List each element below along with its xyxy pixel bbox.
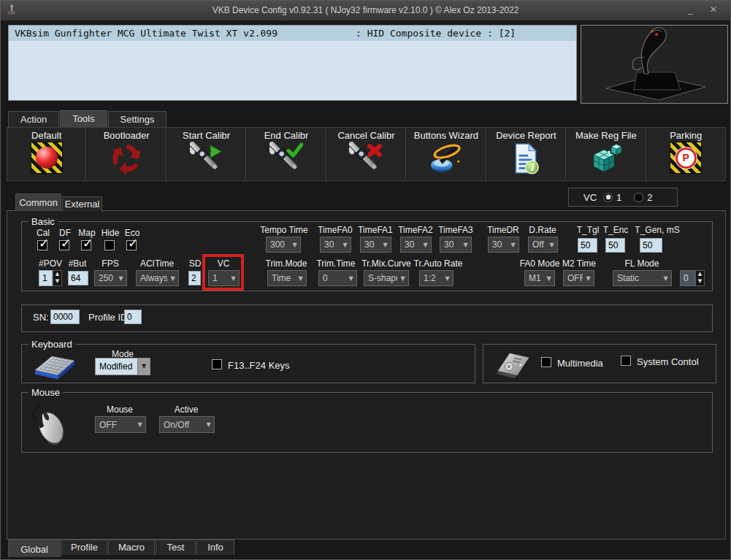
t-gen-input[interactable] (640, 238, 662, 253)
aci-time-select[interactable]: Always ▼ (136, 270, 179, 286)
device-row-selected[interactable]: VKBsim Gunfighter MCG Ultimate Twist XT … (9, 26, 576, 41)
spinner-arrows-icon[interactable]: ▲▼ (695, 270, 705, 286)
close-button[interactable]: ✕ (704, 4, 723, 17)
fl-value-spinner[interactable]: ▲▼ (680, 270, 705, 286)
mouse-mode-value: OFF (96, 420, 134, 430)
fl-value[interactable] (680, 270, 695, 286)
d-rate-select[interactable]: Off ▼ (528, 237, 558, 253)
tr-mix-curve-label: Tr.Mix.Curve (361, 258, 411, 269)
timefa1-label: TimeFA1 (358, 225, 393, 235)
timedr-select[interactable]: 30 ▼ (488, 237, 519, 253)
f13-f24-checkbox[interactable] (212, 359, 222, 369)
system-control-checkbox[interactable] (621, 356, 631, 366)
device-type: : HID Composite device : [2] (356, 26, 516, 41)
chevron-down-icon: ▼ (546, 242, 557, 248)
start-calibr-button[interactable]: Start Calibr (167, 128, 246, 180)
timedr-value: 30 (489, 239, 508, 250)
map-checkbox[interactable] (81, 240, 91, 250)
mouse-group-legend: Mouse (28, 387, 63, 398)
end-calibr-button[interactable]: End Calibr (246, 128, 326, 180)
eco-checkbox[interactable] (126, 240, 137, 250)
caliper-play-icon (190, 142, 223, 175)
chevron-down-icon: ▼ (340, 242, 351, 248)
fps-select[interactable]: 250 ▼ (94, 270, 127, 286)
sn-label: SN: (33, 312, 49, 323)
sd-input[interactable] (188, 271, 201, 285)
tab-action[interactable]: Action (8, 111, 59, 127)
timefa3-select[interactable]: 30 ▼ (440, 237, 472, 253)
fa0-mode-label: FA0 Mode (520, 258, 560, 269)
document-info-icon: i (509, 142, 543, 175)
fa0-mode-select[interactable]: M1 ▼ (524, 270, 555, 286)
tab-profile[interactable]: Profile (61, 540, 107, 555)
mouse-mode-select[interactable]: OFF ▼ (95, 416, 146, 433)
tr-mix-curve-select[interactable]: S-shape ▼ (364, 270, 409, 286)
sn-input[interactable] (50, 310, 80, 324)
pov-spinner[interactable]: ▲▼ (39, 270, 62, 286)
hazard-red-ball-icon (30, 142, 64, 175)
tab-settings[interactable]: Settings (108, 111, 167, 127)
bootloader-button[interactable]: Bootloader (86, 128, 166, 180)
cal-checkbox[interactable] (37, 240, 47, 250)
vc2-radio[interactable] (634, 193, 643, 202)
parking-button[interactable]: Parking P (646, 128, 725, 180)
profile-id-input[interactable] (124, 310, 142, 324)
vc1-radio[interactable] (603, 193, 613, 202)
fps-value: 250 (95, 273, 115, 283)
mouse-active-select[interactable]: On/Off ▼ (159, 416, 215, 433)
but-input[interactable] (68, 271, 88, 285)
buttons-wizard-button[interactable]: Buttons Wizard (406, 128, 486, 180)
chevron-down-icon: ▼ (295, 275, 306, 282)
spinner-arrows-icon[interactable]: ▲▼ (53, 270, 62, 286)
vc-value: 1 (209, 273, 228, 283)
keyboard-mode-select[interactable]: Modified ▼ (95, 358, 150, 375)
m2-time-select[interactable]: OFF ▼ (563, 270, 594, 286)
t-enc-input[interactable] (605, 238, 625, 253)
df-checkbox[interactable] (59, 240, 69, 250)
multimedia-checkbox[interactable] (541, 357, 551, 367)
t-tgl-input[interactable] (578, 238, 597, 253)
tab-global[interactable]: Global (8, 540, 61, 557)
tempo-time-value: 300 (267, 239, 289, 250)
sd-label: SD (189, 258, 202, 269)
tab-common[interactable]: Common (15, 193, 61, 211)
timefa2-select[interactable]: 30 ▼ (400, 237, 432, 253)
minimize-button[interactable]: _ (681, 4, 700, 17)
timefa1-select[interactable]: 30 ▼ (360, 237, 391, 253)
titlebar: VKB Device Config v0.92.31 ( NJoy32 firm… (1, 1, 730, 21)
hide-checkbox[interactable] (104, 240, 115, 250)
timefa0-select[interactable]: 30 ▼ (320, 237, 351, 253)
chevron-down-icon: ▼ (442, 275, 453, 282)
pov-value[interactable] (39, 270, 53, 286)
aci-time-value: Always (137, 273, 167, 283)
tab-tools[interactable]: Tools (60, 110, 107, 127)
tab-info[interactable]: Info (196, 540, 234, 555)
m2-time-value: OFF (564, 273, 583, 283)
default-button[interactable]: Default (7, 128, 86, 180)
chevron-down-icon: ▼ (660, 275, 671, 282)
tab-macro[interactable]: Macro (108, 540, 155, 555)
cancel-calibr-button[interactable]: Cancel Calibr (326, 128, 406, 180)
tab-test[interactable]: Test (156, 540, 196, 555)
mouse-active-label: Active (175, 404, 199, 415)
parking-icon: P (669, 142, 703, 175)
fl-mode-select[interactable]: Static ▼ (613, 270, 672, 286)
tempo-time-label: Tempo Time (260, 225, 307, 235)
chevron-down-icon: ▼ (115, 275, 126, 282)
caliper-cross-icon (349, 142, 383, 175)
make-reg-file-button[interactable]: Make Reg File (566, 128, 646, 180)
trim-time-select[interactable]: 0 ▼ (318, 270, 357, 286)
trim-mode-select[interactable]: Time ▼ (267, 270, 307, 286)
t-enc-label: T_Enc (603, 225, 629, 235)
toolbar: Default Bootloader Start Calibr (7, 127, 726, 181)
tab-external[interactable]: External (62, 196, 102, 211)
vc-select[interactable]: 1 ▼ (208, 270, 240, 286)
media-console-icon (494, 348, 533, 383)
caliper-check-icon (269, 142, 303, 175)
device-report-button[interactable]: Device Report i (486, 128, 566, 180)
tr-auto-rate-select[interactable]: 1:2 ▼ (419, 270, 453, 286)
chevron-down-icon: ▼ (134, 421, 145, 428)
chevron-down-icon: ▼ (289, 242, 300, 248)
device-name: VKBsim Gunfighter MCG Ultimate Twist XT … (15, 28, 278, 39)
tempo-time-select[interactable]: 300 ▼ (266, 237, 301, 253)
